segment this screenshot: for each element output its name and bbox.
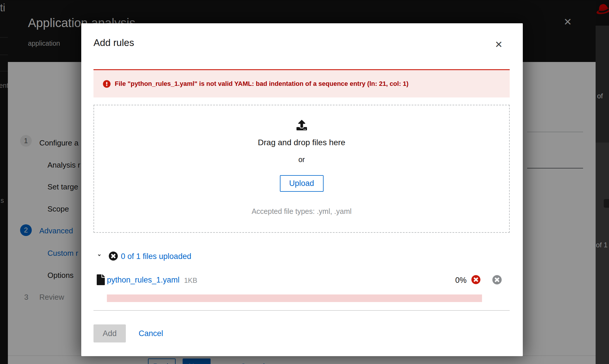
- accepted-file-types: Accepted file types: .yml, .yaml: [94, 207, 509, 216]
- dropzone-separator: or: [94, 155, 509, 164]
- modal-title: Add rules: [93, 37, 134, 48]
- file-error-icon: [471, 275, 481, 285]
- danger-alert: File "python_rules_1.yaml" is not valid …: [93, 69, 510, 97]
- modal-close-icon[interactable]: ✕: [495, 39, 503, 50]
- add-rules-modal: Add rules ✕ File "python_rules_1.yaml" i…: [81, 23, 523, 356]
- dropzone-heading: Drag and drop files here: [94, 138, 509, 147]
- file-name-link[interactable]: python_rules_1.yaml: [107, 276, 179, 285]
- upload-icon: [94, 120, 509, 132]
- remove-file-icon[interactable]: [492, 275, 502, 286]
- file-dropzone[interactable]: Drag and drop files here or Upload Accep…: [93, 105, 510, 233]
- add-button[interactable]: Add: [93, 324, 126, 342]
- times-circle-icon: [109, 251, 118, 262]
- upload-status-label[interactable]: 0 of 1 files uploaded: [121, 252, 191, 261]
- file-size: 1KB: [184, 276, 197, 285]
- file-icon: [97, 274, 105, 286]
- upload-status-toggle[interactable]: 0 of 1 files uploaded: [93, 250, 326, 262]
- uploaded-file-row: python_rules_1.yaml 1KB 0%: [93, 273, 510, 287]
- exclamation-circle-icon: [103, 80, 111, 88]
- alert-message: File "python_rules_1.yaml" is not valid …: [115, 80, 409, 88]
- chevron-down-icon[interactable]: [96, 254, 103, 260]
- file-progress-bar: [107, 294, 482, 302]
- footer-divider: [93, 310, 510, 311]
- cancel-button[interactable]: Cancel: [139, 324, 163, 342]
- upload-button[interactable]: Upload: [280, 175, 324, 192]
- file-progress-percent: 0%: [455, 276, 467, 285]
